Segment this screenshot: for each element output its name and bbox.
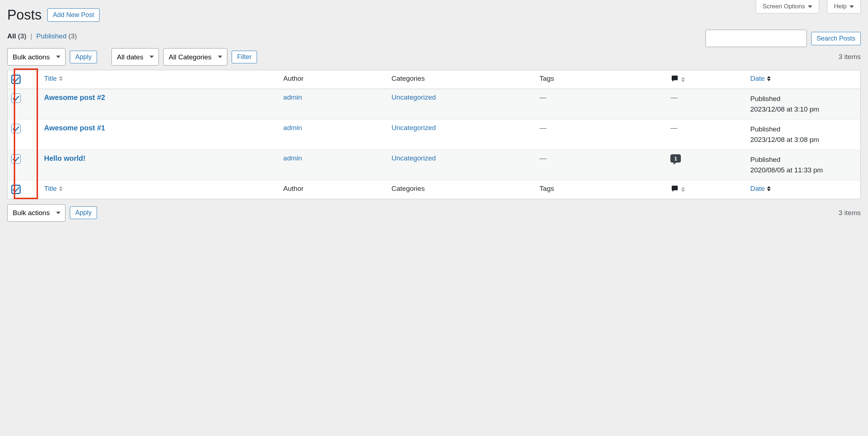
- column-categories-label: Categories: [388, 70, 536, 89]
- row-checkbox[interactable]: [11, 124, 21, 133]
- table-row: Awesome post #1 admin Uncategorized — — …: [8, 119, 861, 150]
- items-count-top: 3 items: [839, 53, 861, 61]
- column-author-label: Author: [280, 180, 388, 199]
- categories-select[interactable]: All Categories: [163, 48, 227, 66]
- sort-arrows-icon: [681, 77, 685, 82]
- comment-count-value: 1: [674, 155, 677, 162]
- comment-count-bubble[interactable]: 1: [670, 154, 681, 163]
- column-comments-sort[interactable]: [670, 185, 685, 194]
- comment-icon: [670, 75, 679, 84]
- filter-all-label: All: [7, 32, 16, 40]
- post-author-link[interactable]: admin: [283, 154, 302, 162]
- post-comments: —: [670, 124, 677, 131]
- post-date-value: 2020/08/05 at 11:33 pm: [750, 166, 823, 174]
- comment-icon: [670, 185, 679, 194]
- post-author-link[interactable]: admin: [283, 93, 302, 101]
- column-tags-label: Tags: [536, 180, 667, 199]
- post-date-status: Published: [750, 125, 780, 133]
- table-row: Awesome post #2 admin Uncategorized — — …: [8, 89, 861, 120]
- column-title-sort[interactable]: Title: [44, 185, 63, 193]
- chevron-down-icon: [808, 5, 812, 8]
- column-title-label: Title: [44, 185, 57, 193]
- post-comments: —: [670, 93, 677, 101]
- post-category-link[interactable]: Uncategorized: [392, 93, 436, 101]
- posts-table: Title Author Categories Tags: [7, 70, 861, 199]
- filter-button[interactable]: Filter: [232, 51, 257, 63]
- filter-all[interactable]: All (3): [7, 32, 28, 40]
- help-tab[interactable]: Help: [827, 0, 861, 13]
- filter-published-count: (3): [68, 32, 77, 40]
- search-input[interactable]: [705, 30, 807, 47]
- column-comments-sort[interactable]: [670, 75, 685, 84]
- search-posts-button[interactable]: Search Posts: [811, 32, 861, 45]
- select-all-checkbox-top[interactable]: [11, 75, 21, 84]
- dates-select[interactable]: All dates: [111, 48, 159, 66]
- add-new-post-button[interactable]: Add New Post: [47, 8, 100, 22]
- row-checkbox[interactable]: [11, 93, 21, 103]
- column-categories-label: Categories: [388, 180, 536, 199]
- separator: |: [30, 32, 32, 40]
- sort-arrows-icon: [59, 76, 63, 81]
- post-title-link[interactable]: Awesome post #1: [44, 124, 105, 132]
- column-tags-label: Tags: [536, 70, 667, 89]
- sort-arrows-icon: [767, 76, 771, 81]
- sort-arrows-icon: [59, 186, 63, 191]
- column-title-label: Title: [44, 75, 57, 83]
- filter-all-count: (3): [18, 32, 26, 40]
- sort-arrows-icon: [681, 187, 685, 192]
- help-label: Help: [834, 3, 847, 10]
- column-title-sort[interactable]: Title: [44, 75, 63, 83]
- screen-options-label: Screen Options: [763, 3, 805, 10]
- row-checkbox[interactable]: [11, 154, 21, 164]
- post-tags: —: [540, 154, 547, 162]
- filter-published[interactable]: Published (3): [36, 32, 77, 40]
- bulk-actions-select[interactable]: Bulk actions: [7, 48, 66, 66]
- post-tags: —: [540, 93, 547, 101]
- post-date-status: Published: [750, 156, 780, 163]
- filter-published-label: Published: [36, 32, 66, 40]
- page-title: Posts: [7, 7, 42, 23]
- post-tags: —: [540, 124, 547, 131]
- post-category-link[interactable]: Uncategorized: [392, 154, 436, 162]
- column-date-label: Date: [750, 75, 765, 83]
- select-all-checkbox-bottom[interactable]: [11, 185, 21, 194]
- items-count-bottom: 3 items: [839, 209, 861, 217]
- post-date-value: 2023/12/08 at 3:08 pm: [750, 136, 819, 143]
- post-author-link[interactable]: admin: [283, 124, 302, 131]
- column-author-label: Author: [280, 70, 388, 89]
- post-category-link[interactable]: Uncategorized: [392, 124, 436, 131]
- post-title-link[interactable]: Awesome post #2: [44, 93, 105, 101]
- post-title-link[interactable]: Hello world!: [44, 154, 85, 162]
- screen-options-tab[interactable]: Screen Options: [756, 0, 819, 13]
- column-date-sort[interactable]: Date: [750, 75, 771, 83]
- apply-button-top[interactable]: Apply: [70, 51, 97, 63]
- column-date-label: Date: [750, 185, 765, 193]
- post-date-status: Published: [750, 95, 780, 102]
- post-date-value: 2023/12/08 at 3:10 pm: [750, 105, 819, 113]
- table-row: Hello world! admin Uncategorized — 1 Pub…: [8, 150, 861, 180]
- chevron-down-icon: [850, 5, 854, 8]
- apply-button-bottom[interactable]: Apply: [70, 206, 97, 219]
- bulk-actions-select-bottom[interactable]: Bulk actions: [7, 204, 66, 222]
- column-date-sort[interactable]: Date: [750, 185, 771, 193]
- sort-arrows-icon: [767, 186, 771, 191]
